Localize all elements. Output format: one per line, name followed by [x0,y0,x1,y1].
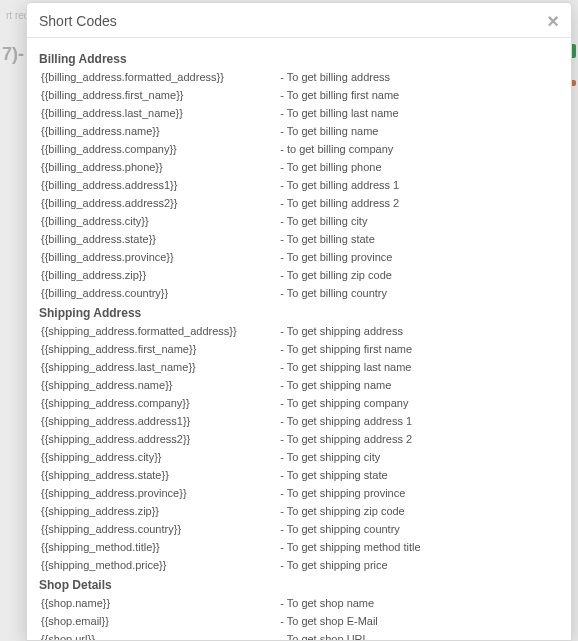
code-cell: {{shipping_address.country}} [39,520,278,538]
code-cell: {{billing_address.phone}} [39,158,278,176]
table-row: {{shipping_address.name}}- To get shippi… [39,376,559,394]
table-row: {{billing_address.name}}- To get billing… [39,122,559,140]
codes-table-billing: {{billing_address.formatted_address}}- T… [39,68,559,302]
table-row: {{shop.url}}- To get shop URL [39,630,559,640]
desc-cell: - To get shop name [278,594,559,612]
table-row: {{billing_address.company}}- to get bill… [39,140,559,158]
code-cell: {{shipping_address.first_name}} [39,340,278,358]
table-row: {{shipping_address.province}}- To get sh… [39,484,559,502]
table-row: {{billing_address.state}}- To get billin… [39,230,559,248]
codes-table-shop: {{shop.name}}- To get shop name {{shop.e… [39,594,559,640]
code-cell: {{billing_address.country}} [39,284,278,302]
codes-table-shipping: {{shipping_address.formatted_address}}- … [39,322,559,574]
desc-cell: - To get billing first name [278,86,559,104]
desc-cell: - To get billing name [278,122,559,140]
table-row: {{shipping_address.state}}- To get shipp… [39,466,559,484]
code-cell: {{billing_address.address1}} [39,176,278,194]
desc-cell: - To get billing phone [278,158,559,176]
desc-cell: - To get billing province [278,248,559,266]
table-row: {{shipping_address.city}}- To get shippi… [39,448,559,466]
code-cell: {{shipping_address.name}} [39,376,278,394]
table-row: {{billing_address.first_name}}- To get b… [39,86,559,104]
desc-cell: - To get billing country [278,284,559,302]
desc-cell: - To get shipping price [278,556,559,574]
code-cell: {{billing_address.city}} [39,212,278,230]
code-cell: {{shipping_method.price}} [39,556,278,574]
desc-cell: - To get billing address [278,68,559,86]
table-row: {{shipping_method.title}}- To get shippi… [39,538,559,556]
section-heading-shop: Shop Details [39,578,559,592]
desc-cell: - To get shipping name [278,376,559,394]
section-heading-billing: Billing Address [39,52,559,66]
desc-cell: - To get shipping address 1 [278,412,559,430]
table-row: {{billing_address.address2}}- To get bil… [39,194,559,212]
desc-cell: - To get billing last name [278,104,559,122]
table-row: {{billing_address.address1}}- To get bil… [39,176,559,194]
table-row: {{billing_address.zip}}- To get billing … [39,266,559,284]
table-row: {{billing_address.last_name}}- To get bi… [39,104,559,122]
modal-body[interactable]: Billing Address {{billing_address.format… [27,38,571,640]
table-row: {{shipping_address.company}}- To get shi… [39,394,559,412]
code-cell: {{shipping_address.last_name}} [39,358,278,376]
code-cell: {{shipping_address.state}} [39,466,278,484]
code-cell: {{shop.name}} [39,594,278,612]
close-icon[interactable]: × [547,14,559,28]
section-heading-shipping: Shipping Address [39,306,559,320]
code-cell: {{billing_address.last_name}} [39,104,278,122]
table-row: {{billing_address.formatted_address}}- T… [39,68,559,86]
desc-cell: - To get shipping city [278,448,559,466]
code-cell: {{shipping_address.address2}} [39,430,278,448]
desc-cell: - To get billing zip code [278,266,559,284]
table-row: {{billing_address.phone}}- To get billin… [39,158,559,176]
desc-cell: - To get billing address 2 [278,194,559,212]
table-row: {{shop.name}}- To get shop name [39,594,559,612]
table-row: {{billing_address.city}}- To get billing… [39,212,559,230]
desc-cell: - To get shipping zip code [278,502,559,520]
desc-cell: - To get billing city [278,212,559,230]
code-cell: {{shipping_address.zip}} [39,502,278,520]
table-row: {{billing_address.province}}- To get bil… [39,248,559,266]
code-cell: {{shipping_address.address1}} [39,412,278,430]
table-row: {{shipping_address.country}}- To get shi… [39,520,559,538]
desc-cell: - To get shop E-Mail [278,612,559,630]
desc-cell: - To get shipping company [278,394,559,412]
code-cell: {{billing_address.zip}} [39,266,278,284]
code-cell: {{billing_address.first_name}} [39,86,278,104]
code-cell: {{billing_address.company}} [39,140,278,158]
table-row: {{billing_address.country}}- To get bill… [39,284,559,302]
code-cell: {{shipping_address.company}} [39,394,278,412]
desc-cell: - To get shipping address 2 [278,430,559,448]
modal-title: Short Codes [39,13,117,29]
table-row: {{shipping_method.price}}- To get shippi… [39,556,559,574]
table-row: {{shipping_address.formatted_address}}- … [39,322,559,340]
table-row: {{shop.email}}- To get shop E-Mail [39,612,559,630]
table-row: {{shipping_address.address2}}- To get sh… [39,430,559,448]
desc-cell: - To get shipping country [278,520,559,538]
desc-cell: - To get shipping state [278,466,559,484]
table-row: {{shipping_address.first_name}}- To get … [39,340,559,358]
code-cell: {{shipping_method.title}} [39,538,278,556]
short-codes-modal: Short Codes × Billing Address {{billing_… [26,2,572,641]
desc-cell: - To get shipping province [278,484,559,502]
desc-cell: - To get shipping first name [278,340,559,358]
modal-header: Short Codes × [27,3,571,38]
table-row: {{shipping_address.address1}}- To get sh… [39,412,559,430]
code-cell: {{billing_address.formatted_address}} [39,68,278,86]
code-cell: {{billing_address.province}} [39,248,278,266]
desc-cell: - to get billing company [278,140,559,158]
code-cell: {{shipping_address.city}} [39,448,278,466]
code-cell: {{shipping_address.province}} [39,484,278,502]
code-cell: {{shop.url}} [39,630,278,640]
code-cell: {{billing_address.state}} [39,230,278,248]
desc-cell: - To get shipping last name [278,358,559,376]
desc-cell: - To get shipping method title [278,538,559,556]
code-cell: {{billing_address.name}} [39,122,278,140]
table-row: {{shipping_address.last_name}}- To get s… [39,358,559,376]
desc-cell: - To get shop URL [278,630,559,640]
code-cell: {{shipping_address.formatted_address}} [39,322,278,340]
desc-cell: - To get shipping address [278,322,559,340]
desc-cell: - To get billing state [278,230,559,248]
code-cell: {{billing_address.address2}} [39,194,278,212]
desc-cell: - To get billing address 1 [278,176,559,194]
code-cell: {{shop.email}} [39,612,278,630]
